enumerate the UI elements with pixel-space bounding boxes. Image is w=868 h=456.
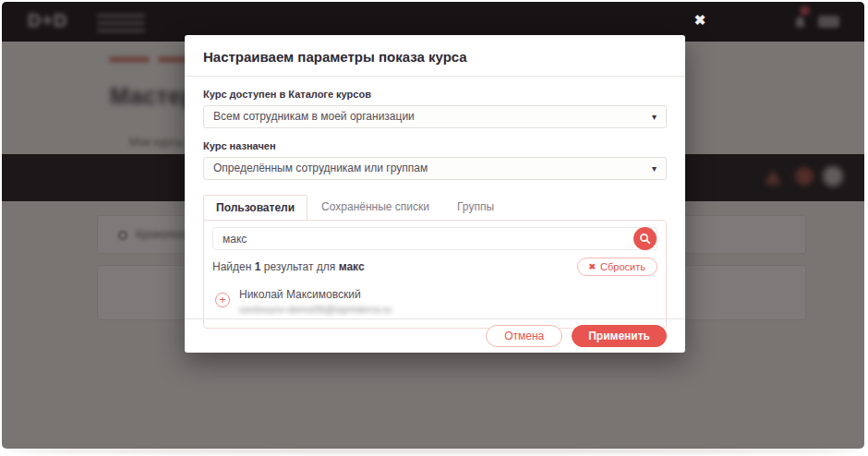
result-summary: Найден 1 результат для макс <box>212 260 365 273</box>
user-info: Николай Максимовский osolovyov-demo06@is… <box>239 288 392 315</box>
modal-title: Настраиваем параметры показа курса <box>203 49 667 65</box>
catalog-access-select[interactable]: Всем сотрудникам в моей организации ▾ <box>203 105 667 128</box>
apply-button[interactable]: Применить <box>572 325 667 347</box>
user-name: Николай Максимовский <box>239 288 392 301</box>
close-icon: ✖ <box>589 262 597 271</box>
reset-search-button[interactable]: ✖ Сбросить <box>577 258 657 276</box>
users-tab-panel: Найден 1 результат для макс ✖ Сбросить + <box>203 220 667 329</box>
user-search-input[interactable] <box>212 227 657 250</box>
tab-users[interactable]: Пользователи <box>203 195 307 220</box>
course-display-settings-modal: Настраиваем параметры показа курса Курс … <box>185 35 685 353</box>
assignment-tabs: Пользователи Сохранённые списки Группы <box>203 195 667 220</box>
course-assigned-label: Курс назначен <box>203 140 667 151</box>
user-email-redacted: osolovyov-demo06@isprinterra.ru <box>239 304 392 315</box>
course-assigned-select[interactable]: Определённым сотрудникам или группам ▾ <box>203 157 667 180</box>
add-user-icon[interactable]: + <box>215 293 230 307</box>
search-icon <box>639 233 651 245</box>
screenshot-shadow <box>7 449 861 453</box>
search-button[interactable] <box>633 227 657 250</box>
chevron-down-icon: ▾ <box>652 158 657 179</box>
catalog-access-label: Курс доступен в Каталоге курсов <box>203 89 667 100</box>
modal-footer: Отмена Применить <box>185 318 685 353</box>
result-count: 1 <box>255 260 261 273</box>
user-result-item: + Николай Максимовский osolovyov-demo06@… <box>212 288 657 315</box>
modal-header: Настраиваем параметры показа курса <box>185 35 685 77</box>
search-row <box>212 227 657 250</box>
screenshot-frame: D+D Мастер Мои курсы <box>0 0 868 456</box>
close-icon[interactable]: ✖ <box>689 9 711 31</box>
result-query: макс <box>339 260 365 273</box>
chevron-down-icon: ▾ <box>652 106 657 127</box>
tab-groups[interactable]: Группы <box>443 195 508 220</box>
modal-body: Курс доступен в Каталоге курсов Всем сот… <box>185 89 685 329</box>
course-assigned-value: Определённым сотрудникам или группам <box>213 162 428 174</box>
search-result-row: Найден 1 результат для макс ✖ Сбросить <box>212 258 657 276</box>
app-window: D+D Мастер Мои курсы <box>2 2 864 449</box>
tab-saved-lists[interactable]: Сохранённые списки <box>307 195 443 220</box>
catalog-access-value: Всем сотрудникам в моей организации <box>213 110 415 123</box>
cancel-button[interactable]: Отмена <box>486 325 562 347</box>
